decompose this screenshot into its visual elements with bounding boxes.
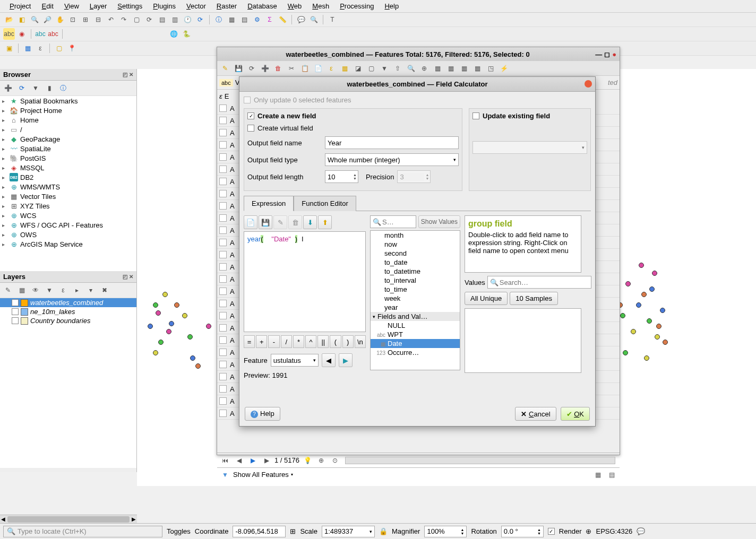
metasearch-icon[interactable]: 🌐 <box>168 28 179 40</box>
zoom-feat-icon[interactable]: 🔍 <box>405 63 417 74</box>
minimize-icon[interactable]: — <box>595 50 602 58</box>
browser-item-spatialite[interactable]: ▸〰SpatiaLite <box>0 144 136 153</box>
menu-raster[interactable]: Raster <box>211 1 242 11</box>
panel-controls[interactable]: ◰ ✕ <box>123 72 133 77</box>
pan-feat-icon[interactable]: ⊕ <box>418 63 430 74</box>
text-icon[interactable]: T <box>327 14 338 25</box>
add-grp-icon[interactable]: ▦ <box>16 284 28 296</box>
op-button[interactable]: = <box>244 335 255 348</box>
browser-item-spatial-bookmarks[interactable]: ▸★Spatial Bookmarks <box>0 96 136 106</box>
tips-icon[interactable]: 💬 <box>295 14 307 25</box>
vis-icon[interactable]: 👁 <box>30 284 41 296</box>
zoom-last-icon[interactable]: ↶ <box>105 14 117 25</box>
map-point[interactable] <box>663 340 668 345</box>
add-layer-icon[interactable]: ➕ <box>2 82 14 94</box>
browser-item-postgis[interactable]: ▸🐘PostGIS <box>0 153 136 163</box>
filter-browser-icon[interactable]: ▼ <box>30 82 41 94</box>
map-point[interactable] <box>641 292 647 297</box>
all-unique-button[interactable]: All Unique <box>465 292 508 305</box>
expression-input[interactable]: year( "Date" ) I <box>244 231 366 332</box>
menu-plugins[interactable]: Plugins <box>148 1 181 11</box>
render-checkbox[interactable]: ✓ <box>548 528 555 535</box>
field-null[interactable]: NULL <box>371 321 460 330</box>
form-view-icon[interactable]: ▦ <box>592 469 604 481</box>
calc-icon[interactable]: ▤ <box>238 14 250 25</box>
python-icon[interactable]: 🐍 <box>181 28 192 40</box>
measure-icon[interactable]: 📏 <box>277 14 288 25</box>
prev-icon[interactable]: ◀ <box>233 455 245 466</box>
calc-field-icon[interactable]: ▦ <box>458 63 470 74</box>
map-point[interactable] <box>655 334 660 340</box>
export-icon[interactable]: ⬆ <box>318 215 332 229</box>
paste-icon[interactable]: 📄 <box>312 63 324 74</box>
maximize-icon[interactable]: ◻ <box>604 50 610 58</box>
sel-all-icon[interactable]: ▦ <box>22 42 33 54</box>
map-point[interactable] <box>206 324 211 329</box>
cond-fmt-icon[interactable]: ▦ <box>471 63 483 74</box>
op-button[interactable]: \n <box>355 335 366 348</box>
browser-item-db2[interactable]: ▸DB2DB2 <box>0 172 136 182</box>
open-icon[interactable]: 📂 <box>3 14 15 25</box>
label-btn-icon[interactable]: abc <box>3 28 15 40</box>
new-file-icon[interactable]: 📄 <box>244 215 257 229</box>
map-point[interactable] <box>190 355 195 361</box>
map-point[interactable] <box>187 334 193 340</box>
save-icon[interactable]: 💾 <box>259 215 272 229</box>
next-icon[interactable]: ▶ <box>261 455 272 466</box>
table-icon[interactable]: ▦ <box>226 14 237 25</box>
out-len-spinner[interactable]: ▲▼ <box>325 170 358 183</box>
zoom-sel-icon[interactable]: ⊞ <box>80 14 91 25</box>
scale-field[interactable]: 1:489337 ▾ <box>322 526 375 537</box>
menu-web[interactable]: Web <box>282 1 307 11</box>
map-point[interactable] <box>182 313 187 318</box>
func-search-input[interactable] <box>382 218 398 226</box>
expand-icon[interactable]: ▸ <box>71 284 83 296</box>
cancel-button[interactable]: ✕ Cancel <box>515 407 556 421</box>
func-to_interval[interactable]: to_interval <box>371 276 460 285</box>
menu-mesh[interactable]: Mesh <box>307 1 334 11</box>
op-button[interactable]: ) <box>342 335 354 348</box>
value-search-input[interactable] <box>500 279 589 286</box>
out-type-select[interactable]: Whole number (integer) ▾ <box>325 153 459 166</box>
collapse-icon[interactable]: ▮ <box>44 82 55 94</box>
op-button[interactable]: ( <box>330 335 341 348</box>
map-point[interactable] <box>158 340 164 345</box>
ok-button[interactable]: ✔ OK <box>561 407 590 421</box>
browser-item-home[interactable]: ▸⌂Home <box>0 115 136 125</box>
field-occurre…[interactable]: 123Occurre… <box>371 348 460 357</box>
values-list[interactable] <box>465 308 581 373</box>
layers-tree[interactable]: ✓waterbeetles_combinedne_10m_lakesCountr… <box>0 298 136 468</box>
function-list[interactable]: monthnowsecondto_dateto_datetimeto_inter… <box>370 230 460 370</box>
zoom-full-icon[interactable]: ⊡ <box>67 14 79 25</box>
func-month[interactable]: month <box>371 231 460 240</box>
show-all-label[interactable]: Show All Features <box>233 471 289 479</box>
browser-item-geopackage[interactable]: ▸◆GeoPackage <box>0 134 136 144</box>
samples-button[interactable]: 10 Samples <box>510 292 558 305</box>
new-icon[interactable]: ◧ <box>16 14 28 25</box>
update-ex-checkbox[interactable] <box>472 112 479 119</box>
op-button[interactable]: + <box>256 335 267 348</box>
func-second[interactable]: second <box>371 249 460 258</box>
edit-icon[interactable]: ✎ <box>273 215 287 229</box>
sigma-icon[interactable]: Σ <box>264 14 276 25</box>
browser-item-project-home[interactable]: ▸🏠Project Home <box>0 106 136 115</box>
map-point[interactable] <box>639 263 644 268</box>
browser-item-wms-wmts[interactable]: ▸⊕WMS/WMTS <box>0 182 136 192</box>
map-h-scrollbar[interactable]: ◀ ▶ <box>0 515 137 523</box>
show-values-button[interactable]: Show Values <box>418 215 460 228</box>
map-point[interactable] <box>649 286 655 292</box>
refresh-browser-icon[interactable]: ⟳ <box>16 82 28 94</box>
map-point[interactable] <box>156 310 161 316</box>
play-icon[interactable]: ▶ <box>247 455 259 466</box>
pan-icon[interactable]: ✋ <box>54 14 66 25</box>
zoom-next-icon[interactable]: ↷ <box>118 14 130 25</box>
func-year[interactable]: year <box>371 303 460 312</box>
menu-database[interactable]: Database <box>242 1 282 11</box>
refresh-icon[interactable]: ⟳ <box>143 14 155 25</box>
dock-icon[interactable]: ◳ <box>485 63 496 74</box>
panel-controls[interactable]: ◰ ✕ <box>123 274 133 280</box>
pan-row-icon[interactable]: ⊙ <box>329 455 341 466</box>
identify-icon[interactable]: ⓘ <box>213 14 225 25</box>
calc-title-bar[interactable]: waterbeetles_combined — Field Calculator <box>239 77 595 92</box>
add-feat-icon[interactable]: ➕ <box>259 63 271 74</box>
